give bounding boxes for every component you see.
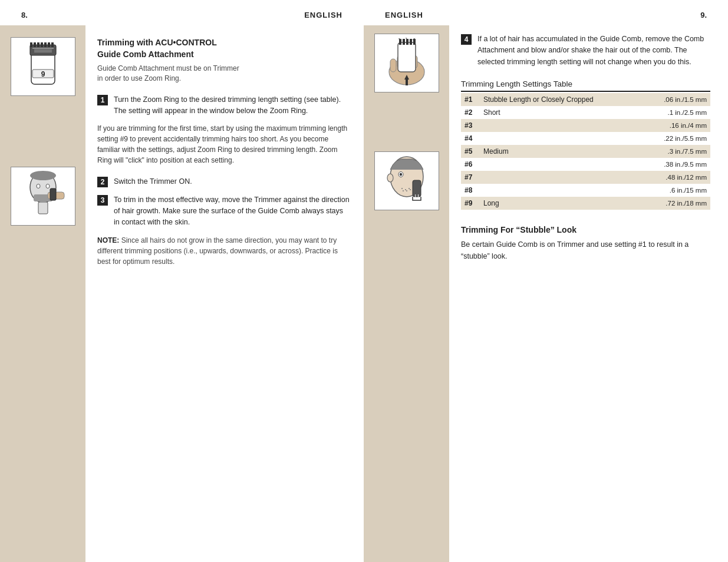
note-text-block: NOTE: Since all hairs do not grow in the… — [97, 235, 350, 267]
table-row: #6 .38 in./9.5 mm — [461, 158, 710, 171]
svg-point-16 — [37, 184, 40, 189]
step-1-number: 1 — [97, 95, 108, 105]
row-label: Stubble Length or Closely Cropped — [480, 93, 641, 106]
row-value: .16 in./4 mm — [641, 119, 710, 132]
svg-rect-9 — [37, 42, 39, 47]
row-num: #2 — [461, 106, 480, 119]
page-container: 8. ENGLISH 9 — [0, 0, 728, 562]
between-step-note: If you are trimming for the first time, … — [97, 123, 350, 166]
svg-rect-20 — [50, 189, 56, 200]
right-page: ENGLISH 9. — [364, 0, 728, 562]
left-page-language: ENGLISH — [304, 11, 342, 19]
row-num: #6 — [461, 158, 480, 171]
svg-rect-13 — [51, 42, 54, 47]
illustration-comb-hair — [374, 34, 439, 92]
row-label — [480, 171, 641, 184]
right-sidebar: U — [364, 25, 449, 562]
row-num: #7 — [461, 171, 480, 184]
svg-rect-32 — [413, 39, 416, 45]
svg-rect-7 — [30, 42, 32, 47]
row-value: .1 in./2.5 mm — [641, 106, 710, 119]
row-num: #5 — [461, 145, 480, 158]
trimming-table-section: Trimming Length Settings Table #1 Stubbl… — [461, 80, 710, 210]
row-num: #8 — [461, 184, 480, 197]
svg-point-38 — [387, 174, 393, 182]
step-2-text: Switch the Trimmer ON. — [114, 176, 192, 187]
right-main: 4 If a lot of hair has accumulated in th… — [449, 25, 728, 562]
svg-rect-34 — [406, 80, 408, 85]
svg-point-40 — [405, 189, 406, 190]
svg-point-15 — [30, 171, 56, 180]
svg-point-42 — [403, 190, 404, 191]
svg-rect-11 — [44, 42, 47, 47]
svg-point-17 — [46, 184, 50, 189]
step-1-text: Turn the Zoom Ring to the desired trimmi… — [114, 94, 350, 117]
right-content: U 4 If a lot of hair has accumulated in … — [364, 25, 728, 562]
svg-point-37 — [400, 173, 402, 176]
left-page-number: 8. — [21, 11, 28, 19]
svg-rect-12 — [48, 42, 50, 47]
table-row: #8 .6 in./15 mm — [461, 184, 710, 197]
svg-rect-10 — [41, 42, 43, 47]
svg-rect-29 — [403, 39, 405, 45]
table-row: #3 .16 in./4 mm — [461, 119, 710, 132]
illustration-stubble-face: U — [374, 151, 439, 210]
note-body: Since all hairs do not grow in the same … — [97, 236, 338, 266]
row-value: .6 in./15 mm — [641, 184, 710, 197]
row-label — [480, 158, 641, 171]
section-title: Trimming with ACU•CONTROL Guide Comb Att… — [97, 37, 350, 60]
row-label — [480, 119, 641, 132]
step-2: 2 Switch the Trimmer ON. — [97, 176, 350, 187]
row-num: #4 — [461, 132, 480, 145]
table-divider — [461, 91, 710, 92]
left-main: Trimming with ACU•CONTROL Guide Comb Att… — [85, 25, 364, 562]
step-1: 1 Turn the Zoom Ring to the desired trim… — [97, 94, 350, 117]
svg-rect-27 — [398, 42, 416, 72]
row-num: #3 — [461, 119, 480, 132]
table-row: #5 Medium .3 in./7.5 mm — [461, 145, 710, 158]
stubble-section: Trimming For “Stubble” Look Be certain G… — [461, 225, 710, 262]
row-value: .48 in./12 mm — [641, 171, 710, 184]
step-3-number: 3 — [97, 195, 108, 206]
svg-rect-21 — [38, 202, 48, 214]
left-sidebar: 9 — [0, 25, 85, 562]
left-content: 9 — [0, 25, 364, 562]
right-page-header: ENGLISH 9. — [364, 0, 728, 25]
table-row: #2 Short .1 in./2.5 mm — [461, 106, 710, 119]
svg-point-39 — [401, 188, 403, 189]
step-4-text: If a lot of hair has accumulated in the … — [477, 34, 710, 68]
illustration-person-trimming — [11, 167, 75, 226]
table-row: #7 .48 in./12 mm — [461, 171, 710, 184]
subtitle-note: Guide Comb Attachment must be on Trimmer… — [97, 64, 350, 84]
row-value: .22 in./5.5 mm — [641, 132, 710, 145]
table-row: #9 Long .72 in./18 mm — [461, 197, 710, 210]
row-num: #9 — [461, 197, 480, 210]
svg-point-43 — [406, 190, 407, 191]
svg-rect-8 — [34, 42, 36, 47]
svg-text:U: U — [414, 194, 419, 200]
svg-rect-28 — [399, 39, 401, 45]
row-label: Medium — [480, 145, 641, 158]
right-page-language: ENGLISH — [385, 11, 423, 19]
svg-rect-31 — [410, 39, 412, 45]
stubble-text: Be certain Guide Comb is on Trimmer and … — [461, 239, 710, 262]
stubble-title: Trimming For “Stubble” Look — [461, 225, 710, 234]
row-label — [480, 184, 641, 197]
svg-point-44 — [410, 189, 411, 190]
note-label: NOTE: — [97, 236, 119, 244]
step-3: 3 To trim in the most effective way, mov… — [97, 194, 350, 227]
illustration-trimmer-zoom: 9 — [11, 37, 75, 96]
row-value: .3 in./7.5 mm — [641, 145, 710, 158]
row-value: .06 in./1.5 mm — [641, 93, 710, 106]
row-label: Short — [480, 106, 641, 119]
svg-rect-23 — [390, 59, 396, 72]
svg-point-41 — [409, 188, 410, 189]
row-label — [480, 132, 641, 145]
svg-rect-30 — [406, 39, 409, 45]
row-value: .72 in./18 mm — [641, 197, 710, 210]
row-value: .38 in./9.5 mm — [641, 158, 710, 171]
left-page-header: 8. ENGLISH — [0, 0, 364, 25]
step-2-number: 2 — [97, 177, 108, 187]
right-page-number: 9. — [700, 11, 707, 19]
trimming-table-title: Trimming Length Settings Table — [461, 80, 710, 88]
